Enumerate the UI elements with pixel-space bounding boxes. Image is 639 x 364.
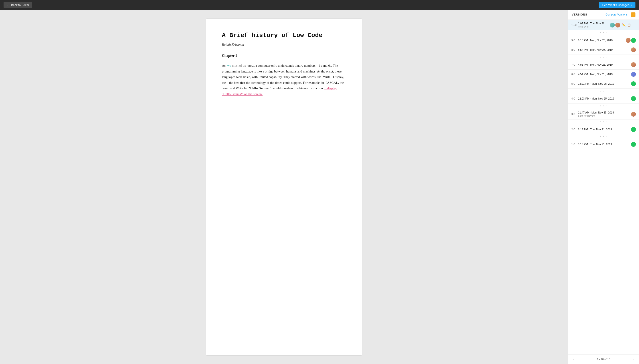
body-text-strikethrough: most of us: [232, 64, 246, 68]
body-paragraph: As we most of us know, a computer only u…: [222, 63, 346, 97]
edit-icon[interactable]: ✏️: [621, 23, 626, 27]
version-row[interactable]: 7.0 4:55 PM · Mon, Nov 25, 2019: [568, 60, 639, 70]
version-time: 12:21 PM · Mon, Nov 25, 2019: [578, 82, 631, 85]
body-text-bold-quote: "Hello Genius!": [248, 86, 271, 90]
version-info: 1:03 PM · Tue, Nov 26, ... Final Draft: [578, 22, 610, 28]
version-number: 9.0: [571, 39, 578, 42]
version-row[interactable]: 2.0 6:18 PM · Thu, Nov 21, 2019: [568, 125, 639, 134]
versions-title: VERSIONS: [572, 13, 587, 16]
body-text-as: As: [222, 64, 227, 68]
version-label: Sent for Review: [578, 114, 631, 117]
version-time: 1:03 PM · Tue, Nov 26, ...: [578, 22, 610, 25]
version-number: 2.0: [571, 128, 578, 131]
version-number: 7.0: [571, 63, 578, 66]
version-time: 6:15 PM · Mon, Nov 25, 2019: [578, 39, 626, 42]
avatar: [631, 81, 636, 86]
dots-separator: • • •: [568, 104, 639, 109]
avatar: [631, 142, 636, 147]
version-info: 6:15 PM · Mon, Nov 25, 2019: [578, 39, 626, 42]
versions-footer: ‹ 1 - 10 of 10 ›: [568, 354, 639, 364]
version-avatars: [626, 38, 636, 43]
versions-list: 10.0 1:03 PM · Tue, Nov 26, ... Final Dr…: [568, 20, 639, 354]
dots-separator: • • •: [568, 55, 639, 60]
header-icon: ⚡: [631, 12, 635, 17]
version-row[interactable]: 3.0 11:47 AM · Mon, Nov 25, 2019 Sent fo…: [568, 109, 639, 120]
next-page-button[interactable]: ›: [632, 357, 635, 362]
dots-separator: • • •: [568, 30, 639, 36]
version-label: Final Draft: [578, 25, 610, 28]
version-time: 4:55 PM · Mon, Nov 25, 2019: [578, 63, 631, 66]
version-info: 5:54 PM · Mon, Nov 25, 2019: [578, 48, 631, 52]
version-avatars: [631, 112, 636, 116]
document-body: As we most of us know, a computer only u…: [222, 63, 346, 97]
pagination-info: 1 - 10 of 10: [597, 358, 610, 361]
versions-sidebar: VERSIONS Compare Versions ⚡ 10.0 1:03 PM…: [568, 10, 639, 364]
see-whats-changed-button[interactable]: See What's Changed ▾: [599, 2, 635, 8]
chevron-down-icon: ▾: [631, 4, 632, 6]
back-to-editor-button[interactable]: ← Back to Editor: [4, 2, 32, 8]
compare-versions-link[interactable]: Compare Versions: [605, 13, 627, 16]
version-time: 5:54 PM · Mon, Nov 25, 2019: [578, 48, 631, 52]
version-avatars: [631, 96, 636, 101]
version-avatars: [631, 142, 636, 147]
version-row[interactable]: 9.0 6:15 PM · Mon, Nov 25, 2019: [568, 36, 639, 45]
back-arrow-icon: ←: [7, 3, 10, 7]
version-number: 10.0: [571, 24, 578, 26]
versions-header: VERSIONS Compare Versions ⚡: [568, 10, 639, 20]
version-time: 6:18 PM · Thu, Nov 21, 2019: [578, 128, 631, 131]
body-text-after2: would translate to a binary instruction: [271, 86, 324, 90]
version-row[interactable]: 5.0 12:21 PM · Mon, Nov 25, 2019: [568, 79, 639, 89]
version-number: 5.0: [571, 82, 578, 85]
version-info: 12:21 PM · Mon, Nov 25, 2019: [578, 82, 631, 85]
version-time: 4:54 PM · Mon, Nov 25, 2019: [578, 73, 631, 76]
avatar: [631, 38, 636, 43]
version-actions: ✏️ 📋 ⋮: [621, 23, 636, 27]
version-info: 3:13 PM · Thu, Nov 21, 2019: [578, 143, 631, 146]
version-avatars: [631, 62, 636, 67]
version-number: 8.0: [571, 48, 578, 52]
avatar: [610, 22, 615, 28]
version-row[interactable]: 10.0 1:03 PM · Tue, Nov 26, ... Final Dr…: [568, 20, 639, 30]
version-info: 11:47 AM · Mon, Nov 25, 2019 Sent for Re…: [578, 111, 631, 117]
dots-separator: • • •: [568, 134, 639, 140]
version-number: 4.0: [571, 97, 578, 100]
back-label: Back to Editor: [11, 3, 29, 7]
avatar: [631, 96, 636, 101]
version-row[interactable]: 6.0 4:54 PM · Mon, Nov 25, 2019: [568, 70, 639, 79]
version-time: 12:03 PM · Mon, Nov 25, 2019: [578, 97, 631, 100]
more-icon[interactable]: ⋮: [632, 23, 636, 27]
avatar: [631, 127, 636, 132]
body-text-after: know, a computer only understands binary…: [222, 64, 344, 90]
prev-page-button[interactable]: ‹: [572, 357, 575, 362]
avatar: [631, 62, 636, 67]
version-row[interactable]: 4.0 12:03 PM · Mon, Nov 25, 2019: [568, 94, 639, 104]
document-page: A Brief history of Low Code Rohith Krish…: [206, 18, 362, 355]
version-avatars: [631, 127, 636, 132]
version-time: 3:13 PM · Thu, Nov 21, 2019: [578, 143, 631, 146]
avatar: [631, 72, 636, 77]
version-info: 4:55 PM · Mon, Nov 25, 2019: [578, 63, 631, 66]
body-text-we: we: [227, 64, 231, 68]
version-info: 12:03 PM · Mon, Nov 25, 2019: [578, 97, 631, 100]
document-title: A Brief history of Low Code: [222, 32, 346, 39]
avatar: [626, 38, 630, 43]
avatar: [615, 22, 620, 28]
version-avatars: [631, 48, 636, 52]
main-layout: A Brief history of Low Code Rohith Krish…: [0, 10, 639, 364]
version-avatars: [631, 81, 636, 86]
version-info: 4:54 PM · Mon, Nov 25, 2019: [578, 73, 631, 76]
copy-icon[interactable]: 📋: [627, 23, 631, 27]
version-number: 6.0: [571, 73, 578, 76]
topbar: ← Back to Editor See What's Changed ▾: [0, 0, 639, 10]
version-number: 3.0: [571, 112, 578, 116]
avatar: [631, 48, 636, 52]
version-avatars: [610, 22, 620, 28]
document-area: A Brief history of Low Code Rohith Krish…: [0, 10, 568, 364]
version-row[interactable]: 1.0 3:13 PM · Thu, Nov 21, 2019: [568, 140, 639, 149]
dots-separator: • • •: [568, 120, 639, 125]
version-info: 6:18 PM · Thu, Nov 21, 2019: [578, 128, 631, 131]
version-row[interactable]: 8.0 5:54 PM · Mon, Nov 25, 2019: [568, 45, 639, 55]
document-chapter: Chapter 1: [222, 54, 346, 58]
document-author: Rohith Krishnan: [222, 43, 346, 46]
dots-separator: • • •: [568, 89, 639, 94]
